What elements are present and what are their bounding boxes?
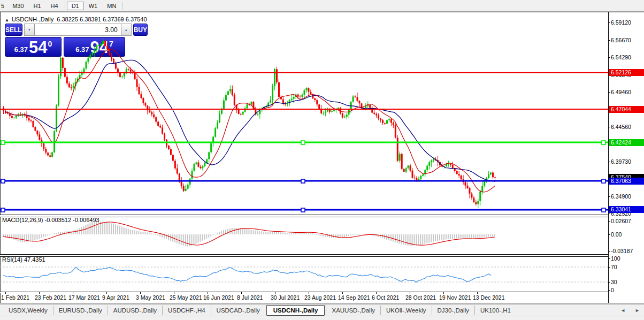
timeframe-button-h1[interactable]: H1 xyxy=(29,2,46,10)
macd-bar xyxy=(261,231,262,234)
candle-body xyxy=(183,186,185,191)
macd-bar xyxy=(456,234,457,238)
timeframe-button-h4[interactable]: H4 xyxy=(46,2,63,10)
tab-xauusd-daily[interactable]: XAUUSD-,Daily xyxy=(326,306,380,315)
tab-audusd-daily[interactable]: AUDUSD-,Daily xyxy=(108,306,162,315)
macd-bar xyxy=(170,234,171,241)
date-label: 23 Aug 2021 xyxy=(304,294,336,301)
candle-body xyxy=(408,165,409,168)
candle-body xyxy=(238,109,240,114)
candle-body xyxy=(204,163,205,166)
date-label: 25 May 2021 xyxy=(170,294,202,301)
candle-body xyxy=(384,123,386,124)
tab-usdx-weekly[interactable]: USDX,Weekly xyxy=(3,306,53,315)
macd-bar xyxy=(428,234,430,243)
tab-dj30-daily[interactable]: DJ30-,Daily xyxy=(432,306,474,315)
candle-body xyxy=(257,114,258,115)
rsi-tick-tickmark xyxy=(608,258,610,259)
macd-bar xyxy=(274,232,275,234)
timeframe-button-mn[interactable]: MN xyxy=(102,2,121,10)
price-tick: 6.34900 xyxy=(611,193,631,200)
line-handle[interactable] xyxy=(301,141,305,144)
candle-body xyxy=(39,134,40,140)
macd-bar xyxy=(285,233,286,234)
timeframe-button-w1[interactable]: W1 xyxy=(84,2,103,10)
candle-body xyxy=(428,162,430,166)
candle-body xyxy=(373,113,375,114)
macd-bar xyxy=(139,231,140,234)
macd-bar xyxy=(287,233,288,234)
candle-body xyxy=(461,176,462,179)
candle-body xyxy=(229,89,231,91)
macd-bar xyxy=(32,234,33,241)
tab-uk100-h1[interactable]: UK100-,H1 xyxy=(474,306,516,315)
candle-body xyxy=(492,172,494,177)
date-tickmark xyxy=(106,292,107,294)
date-label: 14 Sep 2021 xyxy=(338,294,370,301)
line-handle[interactable] xyxy=(1,179,5,183)
tab-ukoil-weekly[interactable]: UKOil-,Weekly xyxy=(380,306,432,315)
candle-body xyxy=(276,69,278,82)
macd-bar xyxy=(443,234,444,240)
candle-body xyxy=(162,127,163,133)
date-tickmark xyxy=(241,292,242,294)
candle-body xyxy=(410,165,411,170)
candle-body xyxy=(28,118,30,120)
candle-body xyxy=(382,120,384,123)
macd-bar xyxy=(420,234,421,245)
macd-bar xyxy=(195,234,196,244)
candle-body xyxy=(342,113,343,118)
macd-tick-tickmark xyxy=(608,221,610,222)
candle-body xyxy=(369,105,371,108)
timeframe-button-5[interactable]: 5 xyxy=(0,2,7,10)
macd-bar xyxy=(314,234,315,234)
candle-body xyxy=(293,97,295,99)
candle-body xyxy=(225,95,227,100)
tab-usdcad-daily[interactable]: USDCAD-,Daily xyxy=(211,306,265,315)
line-handle[interactable] xyxy=(602,141,605,144)
date-tickmark xyxy=(140,292,141,294)
macd-bar xyxy=(217,233,218,234)
line-handle[interactable] xyxy=(301,179,305,183)
macd-bar xyxy=(18,234,19,241)
tab-scroll-right-icon[interactable]: ► xyxy=(635,308,640,313)
macd-bar xyxy=(401,234,402,244)
candle-body xyxy=(450,164,451,164)
macd-bar xyxy=(486,234,487,237)
candle-body xyxy=(136,79,138,87)
timeframe-button-m30[interactable]: M30 xyxy=(7,2,28,10)
macd-bar xyxy=(280,232,281,234)
date-label: 1 Feb 2021 xyxy=(1,294,29,301)
candle-body xyxy=(456,171,458,174)
date-tickmark xyxy=(477,292,478,294)
tab-scroll-left-icon[interactable]: ◄ xyxy=(620,308,625,313)
line-handle[interactable] xyxy=(1,208,5,212)
timeframe-button-d1[interactable]: D1 xyxy=(67,2,84,10)
candle-body xyxy=(194,164,195,171)
macd-bar xyxy=(446,234,447,239)
candle-body xyxy=(412,171,413,178)
line-handle[interactable] xyxy=(602,179,605,183)
candle-body xyxy=(185,189,187,191)
tab-usdchf-h4[interactable]: USDCHF-,H4 xyxy=(162,306,211,315)
line-handle[interactable] xyxy=(1,141,5,144)
price-tick-tickmark xyxy=(608,127,610,127)
candle-body xyxy=(81,73,83,75)
candle-body xyxy=(357,97,358,101)
candle-body xyxy=(378,116,379,119)
tab-eurusd-daily[interactable]: EURUSD-,Daily xyxy=(53,306,108,315)
macd-bar xyxy=(96,222,97,234)
candle-body xyxy=(170,149,172,155)
rsi-tick: 0 xyxy=(611,287,614,293)
candle-body xyxy=(481,186,483,192)
date-label: 30 Jul 2021 xyxy=(271,294,300,301)
macd-bar xyxy=(481,234,482,238)
line-handle[interactable] xyxy=(301,208,305,212)
line-handle[interactable] xyxy=(602,208,605,212)
candle-body xyxy=(87,58,89,62)
date-tickmark xyxy=(5,292,6,294)
candle-body xyxy=(234,95,235,105)
macd-bar xyxy=(126,228,127,234)
candle-body xyxy=(13,118,15,118)
tab-usdcnh-daily[interactable]: USDCNH-,Daily xyxy=(266,305,325,316)
